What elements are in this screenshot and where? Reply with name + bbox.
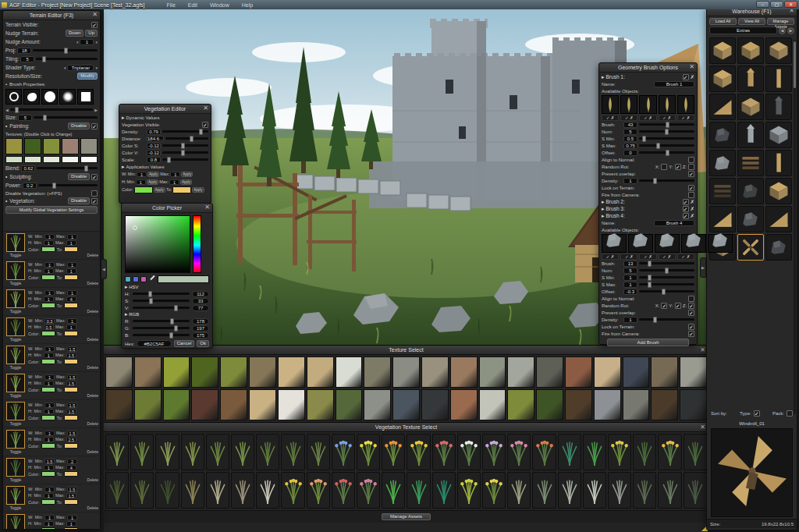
close-button[interactable]: ✕ — [784, 1, 797, 8]
ok-button[interactable]: Ok — [197, 340, 209, 347]
toggle-button[interactable]: Toggle — [10, 505, 22, 510]
vegetation-texture-swatch[interactable] — [206, 472, 229, 509]
vegetation-texture-swatch[interactable] — [684, 434, 707, 470]
slider[interactable] — [165, 137, 208, 140]
vegetation-texture-swatch[interactable] — [532, 434, 556, 470]
vegetation-texture-swatch[interactable] — [231, 434, 254, 470]
object-check-toggle[interactable]: ✓ ✗ — [602, 115, 619, 121]
value-field[interactable]: 197 — [192, 325, 209, 332]
value-field[interactable]: 1 — [67, 234, 77, 239]
close-icon[interactable]: ✕ — [92, 11, 98, 18]
object-check-toggle[interactable]: ✓ ✗ — [620, 115, 637, 121]
slider[interactable] — [162, 151, 208, 154]
delete-brush-icon[interactable]: ✗ — [691, 74, 694, 80]
w-max-field[interactable]: 1 — [170, 172, 180, 177]
to-color-swatch[interactable] — [64, 387, 78, 392]
texture-swatch[interactable] — [623, 356, 650, 388]
texture-swatch[interactable] — [421, 389, 449, 420]
close-icon[interactable]: ✕ — [700, 346, 705, 353]
vegetation-texture-swatch[interactable] — [332, 434, 355, 470]
texture-swatch[interactable] — [565, 356, 592, 388]
color-swatch[interactable] — [41, 443, 55, 449]
modify-button[interactable]: Modify — [77, 73, 98, 80]
texture-swatch[interactable] — [278, 389, 305, 420]
apply-button[interactable]: Apply — [180, 179, 192, 185]
value-field[interactable]: 1 — [66, 240, 76, 246]
prevent-overlap-checkbox[interactable]: ✓ — [688, 171, 694, 177]
value-field[interactable]: 13 — [623, 261, 637, 267]
painting-disable-button[interactable]: Disable — [68, 122, 90, 129]
toggle-button[interactable]: Toggle — [10, 449, 22, 454]
texture-swatch[interactable] — [479, 389, 506, 420]
vegetation-checkbox[interactable]: ✓ — [91, 198, 98, 204]
slider-knob[interactable] — [665, 268, 669, 274]
asset-thumbnail[interactable] — [765, 37, 792, 64]
value-field[interactable]: 175 — [192, 332, 209, 339]
blend-texture-swatch[interactable] — [80, 156, 98, 163]
object-thumbnail[interactable] — [681, 234, 706, 253]
vegetation-texture-swatch[interactable] — [558, 472, 581, 509]
w-min-field[interactable]: 1 — [137, 172, 147, 177]
toggle-button[interactable]: Toggle — [10, 337, 22, 342]
value-field[interactable]: 0.79 — [147, 129, 161, 135]
value-field[interactable]: 1 — [44, 240, 54, 246]
vegetation-texture-swatch[interactable] — [432, 434, 456, 470]
slider-knob[interactable] — [84, 165, 88, 172]
axis-checkbox[interactable] — [688, 164, 694, 170]
slider-knob[interactable] — [648, 261, 652, 267]
brush-circle[interactable] — [41, 89, 58, 105]
scroll-right-icon[interactable]: ▶ — [94, 108, 98, 112]
value-field[interactable]: 1 — [44, 465, 54, 470]
slider-knob[interactable] — [653, 178, 657, 184]
terrain-editor-header[interactable]: Terrain Editor (F3) ✕ — [3, 11, 100, 20]
slider-knob[interactable] — [42, 56, 46, 62]
apply-button[interactable]: Apply — [154, 187, 165, 193]
value-field[interactable]: 5 — [623, 268, 637, 274]
brush-enable-checkbox[interactable]: ✓ — [683, 206, 689, 212]
value-field[interactable]: 0.8 — [147, 157, 161, 163]
prevent-overlap-checkbox[interactable]: ✓ — [688, 310, 694, 316]
to-color-swatch[interactable] — [172, 186, 191, 193]
blend-slider[interactable] — [37, 167, 98, 169]
power-value[interactable]: 0.2 — [23, 183, 37, 189]
slider-knob[interactable] — [190, 136, 194, 142]
asset-thumbnail[interactable] — [709, 37, 736, 64]
texture-swatch[interactable] — [220, 389, 247, 420]
value-field[interactable]: 5 — [623, 129, 637, 135]
close-icon[interactable]: ✕ — [689, 63, 694, 70]
apply-button[interactable]: Apply — [181, 172, 193, 177]
texture-swatch[interactable] — [364, 356, 391, 388]
color-picker-header[interactable]: Color Picker ✕ — [122, 204, 212, 213]
texture-swatch[interactable] — [249, 356, 276, 388]
value-field[interactable]: 178 — [192, 318, 209, 325]
value-field[interactable]: 0.75 — [623, 143, 637, 149]
brush-ring[interactable] — [5, 89, 22, 105]
to-color-swatch[interactable] — [64, 415, 78, 420]
vegetation-texture-swatch[interactable] — [231, 472, 254, 509]
vegetation-thumbnail[interactable] — [6, 458, 25, 477]
value-field[interactable]: 1 — [44, 346, 55, 352]
hue-strip[interactable] — [193, 215, 201, 273]
vegetation-texture-swatch[interactable] — [105, 434, 129, 470]
brush-header[interactable]: ▸Brush 3:✓✗ — [599, 205, 697, 212]
axis-checkbox[interactable]: ✓ — [688, 303, 694, 309]
toggle-button[interactable]: Toggle — [10, 281, 22, 286]
value-field[interactable]: 1.5 — [67, 431, 77, 436]
dropdown-icon[interactable]: ▾ — [95, 66, 98, 70]
value-field[interactable]: 1 — [67, 515, 77, 520]
vegetation-texture-swatch[interactable] — [482, 434, 506, 470]
vegetation-texture-swatch[interactable] — [482, 472, 506, 509]
slider[interactable] — [133, 320, 190, 322]
vegetation-texture-swatch[interactable] — [457, 472, 481, 509]
value-field[interactable]: 1 — [44, 431, 55, 436]
menu-window[interactable]: Window — [210, 2, 229, 8]
value-field[interactable]: 1.5 — [67, 374, 77, 380]
value-field[interactable]: 77 — [192, 305, 209, 311]
texture-swatch[interactable] — [105, 389, 133, 420]
object-thumbnail[interactable] — [602, 95, 619, 114]
vegetation-texture-swatch[interactable] — [357, 472, 380, 509]
asset-thumbnail[interactable] — [737, 234, 764, 261]
to-color-swatch[interactable] — [64, 527, 78, 529]
slider-knob[interactable] — [170, 318, 174, 325]
vegetation-texture-swatch[interactable] — [332, 472, 355, 509]
